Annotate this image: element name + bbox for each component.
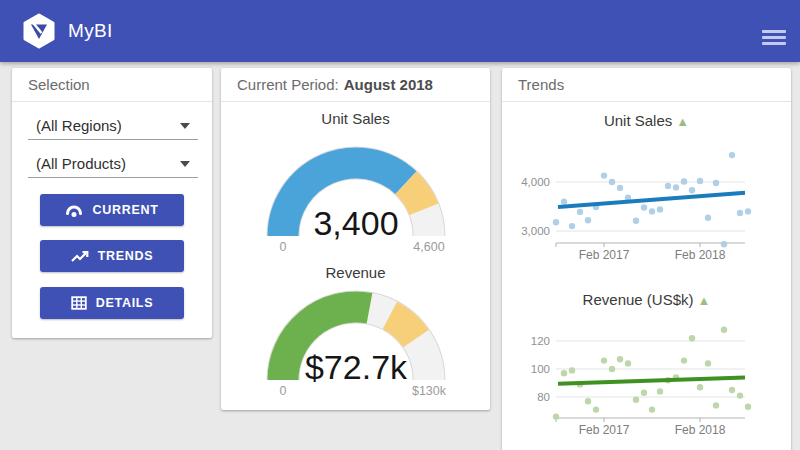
- unit-sales-gauge-value-label: 3,400: [313, 204, 398, 242]
- unit-sales-gauge-max-label: 4,600: [413, 240, 444, 254]
- gauge-icon: [65, 203, 83, 218]
- regions-select-value: (All Regions): [28, 117, 180, 134]
- revenue-trend-point: [585, 398, 591, 404]
- revenue-gauge-svg: $72.7k0$130k: [246, 284, 466, 402]
- unit-sales-trend-title: Unit Sales▲: [502, 112, 791, 129]
- unit-sales-trend-point: [737, 210, 743, 216]
- unit-sales-trend-point: [553, 219, 559, 225]
- unit-sales-trend-point: [657, 206, 663, 212]
- revenue-trend-ytick: 100: [531, 363, 550, 375]
- products-select-value: (All Products): [28, 155, 180, 172]
- selection-panel-title: Selection: [12, 68, 212, 102]
- revenue-trend-xtick: Feb 2017: [579, 423, 630, 437]
- revenue-trend-ytick: 120: [531, 335, 550, 347]
- revenue-trend-point: [705, 360, 711, 366]
- unit-sales-trend-point: [681, 178, 687, 184]
- unit-sales-trend-point: [617, 185, 623, 191]
- revenue-gauge-value-label: $72.7k: [304, 348, 407, 386]
- hamburger-menu-icon[interactable]: [758, 26, 790, 51]
- unit-sales-trend-trendline: [558, 193, 745, 207]
- unit-sales-trend-point: [673, 184, 679, 190]
- unit-sales-trend-point: [665, 183, 671, 189]
- unit-sales-trend-ytick: 4,000: [521, 176, 550, 188]
- chevron-down-icon: [180, 161, 190, 167]
- revenue-trend-point: [713, 402, 719, 408]
- dashboard-root: MyBI Selection (All Regions) (All Produc…: [0, 0, 800, 450]
- app-header: MyBI: [0, 0, 800, 62]
- unit-sales-trend-point: [569, 223, 575, 229]
- revenue-gauge-title: Revenue: [221, 264, 490, 281]
- current-period-prefix: Current Period:: [237, 76, 339, 93]
- unit-sales-trend-xtick: Feb 2018: [675, 248, 726, 262]
- unit-sales-gauge-title: Unit Sales: [221, 110, 490, 127]
- revenue-trend-point: [569, 367, 575, 373]
- trending-up-icon: [71, 249, 89, 263]
- unit-sales-trend-point: [745, 208, 751, 214]
- current-button-label: CURRENT: [92, 203, 158, 217]
- revenue-gauge-min-label: 0: [279, 384, 286, 398]
- revenue-trend-xtick: Feb 2018: [675, 423, 726, 437]
- unit-sales-trend-svg: 4,0003,000Feb 2017Feb 2018: [502, 145, 791, 269]
- revenue-gauge: $72.7k0$130k: [246, 284, 466, 402]
- revenue-trend-point: [601, 357, 607, 363]
- unit-sales-trend-ytick: 3,000: [521, 225, 550, 237]
- revenue-trend-point: [617, 356, 623, 362]
- unit-sales-trend-point: [721, 241, 727, 247]
- unit-sales-trend-xtick: Feb 2017: [579, 248, 630, 262]
- unit-sales-trend-point: [585, 217, 591, 223]
- revenue-trend-trendline: [558, 377, 745, 383]
- revenue-trend-ytick: 80: [537, 391, 550, 403]
- unit-sales-trend-point: [577, 209, 583, 215]
- products-select[interactable]: (All Products): [28, 150, 198, 178]
- unit-sales-trend-point: [561, 198, 567, 204]
- regions-select[interactable]: (All Regions): [28, 112, 198, 140]
- details-button[interactable]: DETAILS: [40, 287, 184, 319]
- unit-sales-trend-point: [697, 178, 703, 184]
- trends-panel-title: Trends: [502, 68, 791, 102]
- revenue-trend-point: [737, 392, 743, 398]
- current-period-panel: Current Period:August 2018 Unit Sales 3,…: [221, 68, 490, 410]
- revenue-trend-point: [657, 388, 663, 394]
- revenue-trend-point: [729, 387, 735, 393]
- current-button[interactable]: CURRENT: [40, 194, 184, 226]
- unit-sales-trend-point: [609, 179, 615, 185]
- current-period-value: August 2018: [344, 76, 433, 93]
- revenue-trend-point: [609, 366, 615, 372]
- revenue-trend-point: [721, 327, 727, 333]
- app-logo-icon: [20, 12, 58, 50]
- unit-sales-gauge-min-label: 0: [279, 240, 286, 254]
- trends-button[interactable]: TRENDS: [40, 240, 184, 272]
- unit-sales-trend-point: [649, 208, 655, 214]
- selection-panel: Selection (All Regions) (All Products) C…: [12, 68, 212, 338]
- revenue-gauge-max-label: $130k: [411, 384, 446, 398]
- revenue-trend-point: [593, 406, 599, 412]
- revenue-trend-point: [625, 360, 631, 366]
- unit-sales-trend-chart: 4,0003,000Feb 2017Feb 2018: [502, 145, 791, 269]
- unit-sales-trend-point: [633, 218, 639, 224]
- revenue-trend-title-text: Revenue (US$k): [583, 291, 694, 308]
- unit-sales-trend-point: [601, 172, 607, 178]
- revenue-gauge-band: [389, 315, 415, 338]
- revenue-trend-point: [561, 370, 567, 376]
- revenue-trend-point: [697, 384, 703, 390]
- unit-sales-trend-point: [705, 215, 711, 221]
- revenue-trend-point: [641, 390, 647, 396]
- revenue-trend-point: [649, 406, 655, 412]
- trends-panel: Trends Unit Sales▲ 4,0003,000Feb 2017Feb…: [502, 68, 791, 450]
- unit-sales-trend-point: [689, 187, 695, 193]
- revenue-trend-svg: 12010080Feb 2017Feb 2018: [502, 320, 791, 444]
- revenue-trend-point: [633, 397, 639, 403]
- revenue-trend-title: Revenue (US$k)▲: [502, 291, 791, 308]
- details-button-label: DETAILS: [96, 296, 153, 310]
- current-period-title: Current Period:August 2018: [221, 68, 490, 102]
- revenue-trend-point: [553, 413, 559, 419]
- unit-sales-gauge: 3,40004,600: [246, 140, 466, 258]
- trend-up-icon: ▲: [698, 293, 711, 308]
- trends-button-label: TRENDS: [98, 249, 154, 263]
- unit-sales-trend-point: [641, 204, 647, 210]
- trend-up-icon: ▲: [676, 114, 689, 129]
- unit-sales-trend-point: [729, 152, 735, 158]
- revenue-trend-point: [681, 357, 687, 363]
- revenue-trend-chart: 12010080Feb 2017Feb 2018: [502, 320, 791, 444]
- unit-sales-gauge-band: [405, 183, 423, 210]
